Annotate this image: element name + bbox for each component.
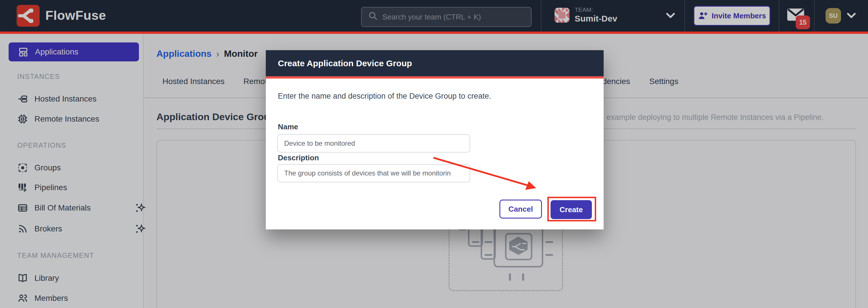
app-window: FlowFuse TEAM: Sumit-Dev: [0, 0, 868, 308]
description-label: Description: [278, 153, 319, 162]
modal-accent-bar: [266, 76, 603, 78]
description-field[interactable]: [277, 164, 470, 182]
annotation-highlight-box: [547, 197, 596, 221]
name-field[interactable]: [277, 134, 470, 152]
cancel-button[interactable]: Cancel: [499, 200, 542, 218]
modal-title: Create Application Device Group: [278, 59, 412, 68]
annotation-red-line: [0, 32, 868, 34]
modal-body-text: Enter the name and description of the De…: [278, 92, 491, 101]
modal-header: Create Application Device Group: [266, 50, 603, 76]
name-label: Name: [278, 123, 298, 131]
